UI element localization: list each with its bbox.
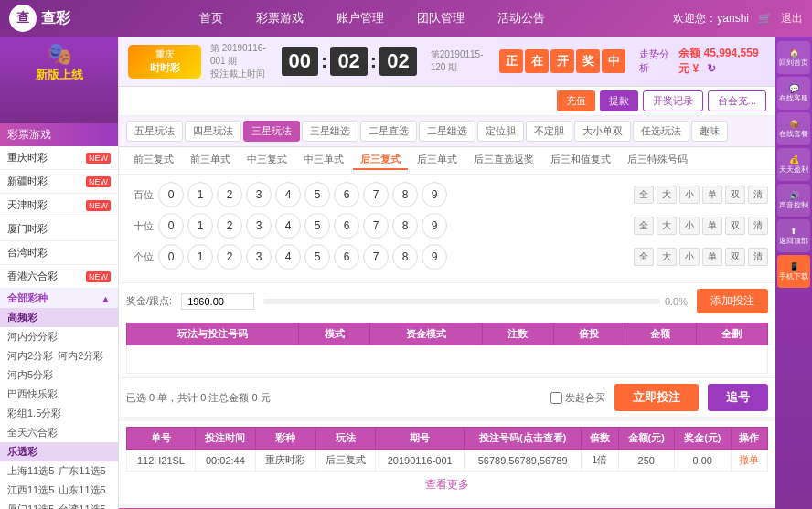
ball-hundreds-5[interactable]: 5 [304, 182, 330, 207]
account-btn[interactable]: 台会充... [708, 90, 766, 111]
group-buy-checkbox[interactable]: 发起合买 [550, 391, 605, 405]
ball-tens-4[interactable]: 4 [275, 213, 301, 239]
row-action-tens-单[interactable]: 单 [702, 217, 722, 235]
cart-icon[interactable]: 🛒 [758, 12, 772, 25]
sub-tab-z3d[interactable]: 中三单式 [296, 151, 351, 170]
sidebar-quantianlhc[interactable]: 全天六合彩 [0, 423, 118, 442]
withdraw-button[interactable]: 提款 [600, 90, 638, 111]
row-action-hundreds-双[interactable]: 双 [725, 186, 745, 204]
tab-3star-combo[interactable]: 三星组选 [302, 121, 358, 142]
sidebar-xm11[interactable]: 厦门11选5台湾11选5 [0, 500, 118, 509]
sub-tab-h3d[interactable]: 后三单式 [410, 151, 465, 170]
nav-account[interactable]: 账户管理 [329, 6, 391, 30]
ball-hundreds-8[interactable]: 8 [392, 182, 418, 207]
sidebar-brazil[interactable]: 巴西快乐彩 [0, 385, 118, 404]
nav-announcement[interactable]: 活动公告 [490, 6, 552, 30]
ball-tens-0[interactable]: 0 [158, 213, 184, 239]
row-action-tens-清[interactable]: 清 [748, 217, 768, 235]
tab-no-position[interactable]: 不定胆 [526, 121, 572, 142]
ball-units-9[interactable]: 9 [422, 244, 447, 270]
right-btn-service[interactable]: 💬 在线客服 [777, 77, 810, 110]
tab-position[interactable]: 定位胆 [477, 121, 524, 142]
sidebar-item-twsc[interactable]: 台湾时彩 [0, 241, 118, 265]
ball-units-7[interactable]: 7 [363, 244, 389, 270]
right-btn-top[interactable]: ⬆ 返回顶部 [777, 219, 810, 252]
row-action-tens-双[interactable]: 双 [725, 217, 745, 235]
row-action-units-清[interactable]: 清 [748, 248, 768, 266]
ball-hundreds-0[interactable]: 0 [158, 182, 184, 207]
row-action-tens-全[interactable]: 全 [634, 217, 654, 235]
nav-home[interactable]: 首页 [192, 6, 230, 30]
ball-tens-7[interactable]: 7 [363, 213, 389, 239]
ball-hundreds-7[interactable]: 7 [363, 182, 389, 207]
ball-tens-2[interactable]: 2 [217, 213, 242, 239]
sidebar-hanoi-ff[interactable]: 河内分分彩 [0, 327, 118, 346]
tab-3star[interactable]: 三星玩法 [243, 121, 300, 142]
open-record-button[interactable]: 开奖记录 [643, 90, 703, 111]
row-action-hundreds-小[interactable]: 小 [679, 186, 700, 204]
row-action-units-大[interactable]: 大 [657, 248, 677, 266]
row-action-tens-小[interactable]: 小 [679, 217, 700, 235]
right-btn-package[interactable]: 📦 在线套餐 [777, 112, 810, 145]
ball-hundreds-1[interactable]: 1 [187, 182, 213, 207]
ball-units-6[interactable]: 6 [334, 244, 359, 270]
ball-tens-3[interactable]: 3 [246, 213, 272, 239]
sub-tab-h3f[interactable]: 后三复式 [353, 151, 408, 170]
right-btn-daily[interactable]: 💰 天天盈利 [777, 148, 810, 181]
sidebar-hanoi-5f[interactable]: 河内5分彩 [0, 366, 118, 385]
view-more-link[interactable]: 查看更多 [126, 472, 768, 498]
row-action-tens-大[interactable]: 大 [657, 217, 677, 235]
instant-bet-button[interactable]: 立即投注 [614, 384, 699, 411]
sidebar-all-lotteries[interactable]: 全部彩种 ▲ [0, 289, 118, 308]
sidebar-item-hklhc[interactable]: 香港六合彩 NEW [0, 265, 118, 289]
ball-hundreds-4[interactable]: 4 [275, 182, 301, 207]
exit-btn[interactable]: 退出 [781, 11, 803, 27]
sidebar-sh11[interactable]: 上海11选5广东11选5 [0, 461, 118, 481]
ball-units-0[interactable]: 0 [158, 244, 184, 270]
nav-lottery[interactable]: 彩票游戏 [249, 6, 311, 30]
recharge-button[interactable]: 充值 [557, 90, 595, 111]
tab-4star[interactable]: 四星玩法 [185, 121, 241, 142]
ball-hundreds-3[interactable]: 3 [246, 182, 272, 207]
row-action-units-小[interactable]: 小 [679, 248, 700, 266]
sidebar-item-tjsc[interactable]: 天津时彩 NEW [0, 194, 118, 217]
ball-units-4[interactable]: 4 [275, 244, 301, 270]
ball-units-3[interactable]: 3 [246, 244, 272, 270]
ball-tens-8[interactable]: 8 [392, 213, 418, 239]
ball-tens-6[interactable]: 6 [334, 213, 359, 239]
sub-tab-z3f[interactable]: 中三复式 [240, 151, 294, 170]
sub-tab-h3zx[interactable]: 后三直选返奖 [466, 151, 541, 170]
ball-units-1[interactable]: 1 [187, 244, 213, 270]
sidebar-item-xmsc[interactable]: 厦门时彩 [0, 217, 118, 241]
ball-hundreds-6[interactable]: 6 [334, 182, 359, 207]
right-btn-download[interactable]: 📱 手机下载 [777, 255, 810, 288]
tab-fun[interactable]: 趣味 [691, 121, 728, 142]
add-bet-button[interactable]: 添加投注 [697, 289, 768, 313]
sub-tab-q3f[interactable]: 前三复式 [126, 151, 181, 170]
row-action-hundreds-清[interactable]: 清 [748, 186, 768, 204]
tab-5star[interactable]: 五星玩法 [126, 121, 183, 142]
sub-tab-h3ts[interactable]: 后三特殊号码 [620, 151, 695, 170]
ball-hundreds-9[interactable]: 9 [422, 182, 447, 207]
ball-units-2[interactable]: 2 [217, 244, 242, 270]
tab-big-small[interactable]: 大小单双 [574, 121, 631, 142]
ball-units-5[interactable]: 5 [304, 244, 330, 270]
sidebar-hanoi-2f[interactable]: 河内2分彩河内2分彩 [0, 346, 118, 366]
row-action-hundreds-大[interactable]: 大 [657, 186, 677, 204]
sidebar-caizu[interactable]: 彩组1.5分彩 [0, 404, 118, 423]
ball-tens-9[interactable]: 9 [422, 213, 447, 239]
trend-analysis-btn[interactable]: 走势分析 [639, 48, 669, 75]
row-action-units-单[interactable]: 单 [702, 248, 722, 266]
sidebar-jx11[interactable]: 江西11选5山东11选5 [0, 481, 118, 500]
ball-tens-5[interactable]: 5 [304, 213, 330, 239]
row-action-hundreds-单[interactable]: 单 [702, 186, 722, 204]
ball-units-8[interactable]: 8 [392, 244, 418, 270]
refresh-balance-icon[interactable]: ↻ [707, 62, 716, 75]
tab-2star-direct[interactable]: 二星直选 [360, 121, 417, 142]
tab-optional[interactable]: 任选玩法 [633, 121, 689, 142]
ball-hundreds-2[interactable]: 2 [217, 182, 242, 207]
row-action-units-双[interactable]: 双 [725, 248, 745, 266]
right-btn-sound[interactable]: 🔊 声音控制 [777, 184, 810, 217]
chase-number-button[interactable]: 追号 [708, 384, 768, 411]
tab-2star-combo[interactable]: 二星组选 [419, 121, 475, 142]
